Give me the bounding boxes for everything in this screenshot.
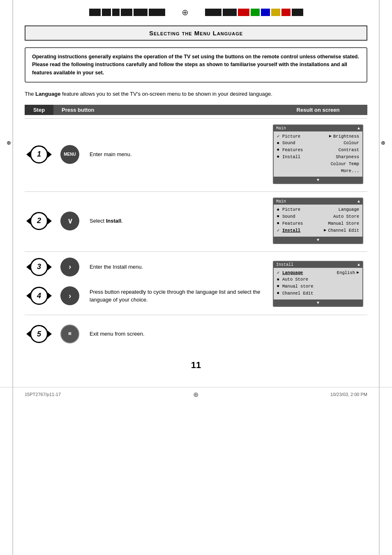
step-row-2: 2 ∨ Select Install. Main ▲ ■ Pictur [25,191,367,248]
footer: 15PT2767/p11-17 ⊕ 10/23/03, 2:00 PM [0,387,392,402]
tv-screen-34-body: ✓ Language English ▶ ■ Auto Store ■ Manu… [274,268,362,299]
step-1-desc: Enter main menu. [86,146,269,163]
tv-row: ✓ Language English ▶ [277,269,359,276]
right-crosshair: ⊕ [381,140,385,146]
right-arrow-button-3[interactable]: › [60,258,79,276]
block [238,9,249,16]
header-step: Step [25,105,53,115]
arrow-right-icon: ▶ [357,269,359,276]
tv-34-up-arrow: ▲ [357,263,360,267]
step-2-desc: Select Install. [86,213,269,229]
tv-sub: Channel Edit [328,227,359,234]
step-3-inner: 3 › Enter the Install menu. [25,253,269,281]
down-arrow-icon: ▼ [317,238,319,242]
tv-sub: Colour Temp [331,161,359,168]
tv-item: Features [282,147,337,154]
tv-item: Features [282,220,326,227]
arrow-right-icon: ▶ [329,133,332,140]
tv-text-label: ⊞ [68,332,71,336]
step-badge-3: 3 [30,258,48,276]
step-5-desc: Exit menu from screen. [86,326,269,342]
step-badge-5: 5 [30,325,48,343]
tv-row: More... [277,168,359,175]
steps-34-left: 3 › Enter the Install menu. 4 › [25,253,269,311]
tv-sub: Brightness [333,133,359,140]
checkmark-icon: ✓ [277,133,281,140]
tv-row: ■ Picture Language [277,206,359,213]
step-4-inner: 4 › Press button repeatedly to cycle thr… [25,281,269,311]
tv-sub: Language [339,206,359,213]
tv-row: ✓ Picture ▶ Brightness [277,133,359,140]
right-color-strip [205,9,303,16]
step-5-button-col: ⊞ [53,320,86,348]
tv-1-up-arrow: ▲ [357,126,360,131]
step-5-result [269,330,367,338]
tv-screen-1: Main ▲ ✓ Picture ▶ Brightness ■ Sound [273,124,363,184]
step-2-number: 2 [25,208,53,234]
tv-sub: More... [341,168,359,175]
steps-container: 1 MENU Enter main menu. Main ▲ ✓ Pi [25,115,367,352]
description-text: The Language feature allows you to set t… [25,90,367,98]
footer-crosshair: ⊕ [193,391,198,398]
tv-text-button[interactable]: ⊞ [60,325,79,343]
step-4-number: 4 [25,283,53,309]
block [112,9,120,16]
tv-row: ■ Sound Auto Store [277,213,359,220]
step-1-description-text: Enter main menu. [90,151,132,157]
block [281,9,291,16]
tv-item: Picture [282,133,327,140]
checkmark-icon: ✓ [277,269,281,276]
bullet-icon: ■ [277,283,281,289]
tv-sub: Sharpness [336,154,359,161]
step-5-number: 5 [25,321,53,347]
tv-row: ■ Manual store [277,283,359,290]
margin-line-left [12,0,13,555]
tv-row: Colour Temp [277,161,359,168]
margin-line-right [379,0,380,555]
block [205,9,221,16]
bullet-icon: ■ [277,147,281,153]
step-2-result: Main ▲ ■ Picture Language ■ Sound Auto S… [269,193,367,248]
block [223,9,237,16]
down-arrow-button[interactable]: ∨ [60,212,79,230]
tv-screen-1-footer: ▼ [274,177,362,183]
right-arrow-button-4[interactable]: › [60,286,79,305]
header-press-button: Press button [53,105,269,115]
tv-item: Language [282,269,335,276]
checkmark-icon: ✓ [277,227,281,234]
tv-row: ■ Features Contrast [277,147,359,154]
step-3-desc: Enter the Install menu. [86,259,269,275]
menu-button[interactable]: MENU [60,145,79,164]
top-bar: ⊕ [0,0,392,21]
block [261,9,270,16]
step-5-description-text: Exit menu from screen. [90,331,145,337]
step-row-5: 5 ⊞ Exit menu from screen. [25,315,367,352]
tv-row: ■ Auto Store [277,276,359,283]
steps-header: Step Press button Result on screen [25,105,367,115]
step-2-button-col: ∨ [53,207,86,235]
page-number: 11 [25,360,367,371]
tv-item: Channel Edit [282,290,359,297]
block [292,9,303,16]
header-result-on-screen: Result on screen [269,105,367,115]
tv-row: ✓ Install ▶ Channel Edit [277,227,359,234]
title-box: Selecting the Menu Language [25,25,367,41]
tv-screen-34-footer: ▼ [274,299,362,306]
tv-screen-2-footer: ▼ [274,237,362,243]
tv-screen-34-header: Install ▲ [274,262,362,268]
tv-2-up-arrow: ▲ [357,199,360,204]
step-4-button-col: › [53,282,86,309]
block [121,9,132,16]
step-3-number: 3 [25,254,53,280]
step-1-result: Main ▲ ✓ Picture ▶ Brightness ■ Sound [269,120,367,189]
info-text: Operating instructions generally explain… [32,53,360,77]
block [149,9,165,16]
step-row-34: 3 › Enter the Install menu. 4 › [25,251,367,311]
step-badge-1: 1 [30,145,48,164]
tv-item: Install [282,227,322,234]
tv-screen-2-body: ■ Picture Language ■ Sound Auto Store ■ … [274,205,362,236]
tv-item: Sound [282,140,335,147]
step-badge-4: 4 [30,287,48,305]
arrow-right-icon: ▶ [324,227,326,234]
step-4-desc: Press button repeatedly to cycle through… [86,284,269,308]
